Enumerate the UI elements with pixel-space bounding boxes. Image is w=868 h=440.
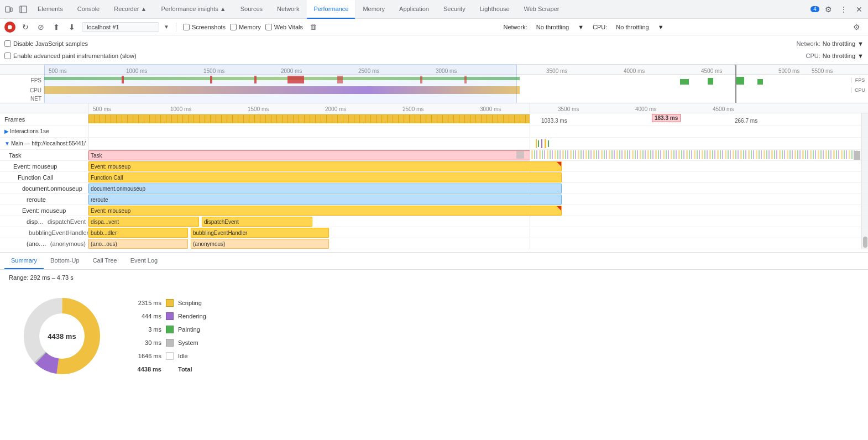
tab-sources[interactable]: Sources xyxy=(234,0,269,19)
flame-bubbling-right xyxy=(530,227,861,238)
dispatch-label-right: dispatchEvent xyxy=(45,218,86,225)
memory-label: Memory xyxy=(239,24,261,30)
dispatch-block-2-label: dispatchEvent xyxy=(204,219,239,225)
memory-checkbox-label[interactable]: Memory xyxy=(230,24,261,30)
expand-interactions-icon[interactable]: ▶ xyxy=(4,128,9,134)
disable-js-label[interactable]: Disable JavaScript samples xyxy=(4,40,88,47)
tab-security[interactable]: Security xyxy=(437,0,472,19)
svg-rect-0 xyxy=(6,7,10,12)
tab-performance[interactable]: Performance xyxy=(307,0,355,19)
tick-500: 500 ms xyxy=(49,68,67,74)
download-button[interactable]: ⬇ xyxy=(66,22,77,33)
record-button[interactable]: ⏺ xyxy=(4,22,15,33)
reroute-block[interactable]: reroute xyxy=(88,195,562,205)
panel-settings-icon[interactable]: ⚙ xyxy=(850,20,864,34)
mouseup2-red-corner xyxy=(557,206,561,211)
bubbling-block-1[interactable]: bubb...dler xyxy=(88,228,188,238)
main-thread-right xyxy=(530,138,861,149)
anon-block-2[interactable]: (anonymous) xyxy=(191,239,329,249)
reload-button[interactable]: ↻ xyxy=(20,22,31,33)
frames-row: Frames 1033.3 ms 183.3 ms 266.7 ms xyxy=(0,113,868,125)
close-icon[interactable]: ✕ xyxy=(853,3,866,16)
interactions-content xyxy=(88,125,530,137)
idle-time: 1646 ms xyxy=(128,353,161,359)
bubbling-block-2[interactable]: bubblingEventHandler xyxy=(191,228,329,238)
tab-memory[interactable]: Memory xyxy=(356,0,391,19)
tab-application[interactable]: Application xyxy=(393,0,436,19)
interactions-row: ▶ Interactions 1se xyxy=(0,125,868,138)
more-options-icon[interactable]: ⋮ xyxy=(837,3,850,16)
mouseup2-block[interactable]: Event: mouseup xyxy=(88,206,562,216)
mini-bar-1 xyxy=(536,139,537,148)
doc-label-text: document.onmouseup xyxy=(22,185,82,192)
web-vitals-checkbox-label[interactable]: Web Vitals xyxy=(265,24,303,30)
donut-chart: 4438 ms xyxy=(18,292,106,380)
anon-block-1[interactable]: (ano...ous) xyxy=(88,239,188,249)
settings-row-1: Disable JavaScript samples Network: No t… xyxy=(4,38,864,50)
flame-mouseup1-right xyxy=(530,161,861,171)
doc-block[interactable]: document.onmouseup xyxy=(88,184,562,193)
dispatch-block-1[interactable]: dispa...vent xyxy=(88,217,199,227)
net-row: NET xyxy=(0,95,868,102)
cpu-dropdown-icon[interactable]: ▼ xyxy=(857,53,864,59)
cpu-throttle-dropdown-icon[interactable]: ▼ xyxy=(658,24,664,30)
tab-lighthouse[interactable]: Lighthouse xyxy=(473,0,516,19)
collapse-main-icon[interactable]: ▼ xyxy=(4,140,10,146)
tab-web-scraper[interactable]: Web Scraper xyxy=(517,0,566,19)
system-label: System xyxy=(178,339,198,346)
reroute-block-label: reroute xyxy=(91,197,108,203)
flame-reroute-content: reroute xyxy=(88,194,530,205)
tab-event-log[interactable]: Event Log xyxy=(124,253,165,269)
network-dropdown-icon[interactable]: ▼ xyxy=(857,40,864,47)
tab-call-tree[interactable]: Call Tree xyxy=(86,253,124,269)
upload-button[interactable]: ⬆ xyxy=(51,22,62,33)
tab-recorder[interactable]: Recorder ▲ xyxy=(107,0,153,19)
tab-console[interactable]: Console xyxy=(71,0,106,19)
tab-network[interactable]: Network xyxy=(270,0,306,19)
settings-icon[interactable]: ⚙ xyxy=(822,3,835,16)
rendering-label: Rendering xyxy=(178,313,206,319)
dispatch-block-1-label: dispa...vent xyxy=(91,219,119,225)
flame-task-label: Task xyxy=(0,150,88,160)
timeline-main[interactable]: 500 ms 1000 ms 1500 ms 2000 ms 2500 ms 3… xyxy=(0,103,868,253)
dispatch-block-2[interactable]: dispatchEvent xyxy=(202,217,312,227)
network-throttle-dropdown-icon[interactable]: ▼ xyxy=(578,24,584,30)
fn-block[interactable]: Function Call xyxy=(88,172,562,182)
enable-paint-checkbox[interactable] xyxy=(4,53,11,59)
summary-tabs: Summary Bottom-Up Call Tree Event Log xyxy=(0,253,868,270)
throttle-controls: Network: No throttling ▼ CPU: No throttl… xyxy=(503,24,663,30)
tab-elements[interactable]: Elements xyxy=(31,0,70,19)
tab-summary[interactable]: Summary xyxy=(4,253,44,269)
main-thread-mini-right xyxy=(530,139,861,149)
scrollbar-thumb[interactable] xyxy=(863,237,867,248)
frames-label: Frames xyxy=(0,113,88,125)
tab-bottom-up[interactable]: Bottom-Up xyxy=(44,253,86,269)
anon-scrollbar[interactable] xyxy=(861,238,868,249)
stop-button[interactable]: ⊘ xyxy=(35,22,46,33)
timeline-overview[interactable]: 500 ms 1000 ms 1500 ms 2000 ms 2500 ms 3… xyxy=(0,65,868,103)
timeline-scroll[interactable]: 500 ms 1000 ms 1500 ms 2000 ms 2500 ms 3… xyxy=(0,103,868,252)
flame-mouseup1-label: Event: mouseup xyxy=(0,161,88,171)
flame-fn-right xyxy=(530,172,861,182)
inspect-icon[interactable] xyxy=(17,3,30,16)
anon-label-left: (ano...ous) xyxy=(27,240,48,247)
rt-3500: 3500 ms xyxy=(558,106,579,112)
frames-bar xyxy=(88,114,562,123)
tab-performance-insights[interactable]: Performance insights ▲ xyxy=(154,0,232,19)
web-vitals-checkbox[interactable] xyxy=(265,24,272,30)
mouseup1-block[interactable]: Event: mouseup xyxy=(88,161,562,171)
mouseup2-label-text: Event: mouseup xyxy=(22,207,66,214)
bubbling-label-right: bubblingEventHandler xyxy=(27,229,88,236)
clear-recording-button[interactable]: 🗑 xyxy=(310,23,317,31)
screenshots-checkbox[interactable] xyxy=(183,24,190,30)
task-block[interactable]: Task xyxy=(88,150,562,160)
memory-checkbox[interactable] xyxy=(230,24,237,30)
disable-js-checkbox[interactable] xyxy=(4,40,11,47)
device-toggle-icon[interactable] xyxy=(2,3,15,16)
screenshots-checkbox-label[interactable]: Screenshots xyxy=(183,24,226,30)
summary-content: Range: 292 ms – 4.73 s xyxy=(0,270,868,389)
url-dropdown-icon[interactable]: ▼ xyxy=(164,24,169,30)
enable-paint-label[interactable]: Enable advanced paint instrumentation (s… xyxy=(4,53,137,59)
anon-label-right: (anonymous) xyxy=(48,240,86,247)
toolbar-separator xyxy=(176,23,176,32)
